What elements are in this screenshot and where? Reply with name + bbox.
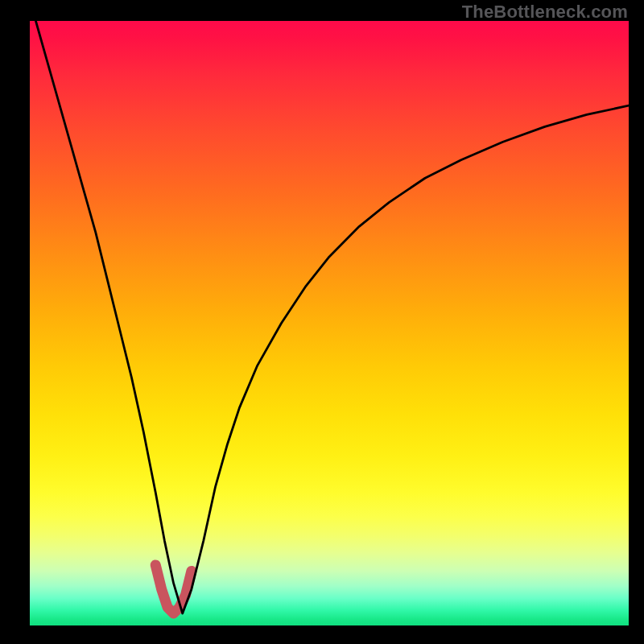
bottleneck-curve: [35, 21, 629, 613]
plot-area: [30, 21, 629, 625]
chart-frame: TheBottleneck.com: [0, 0, 644, 644]
watermark-text: TheBottleneck.com: [462, 2, 628, 23]
chart-svg: [30, 21, 629, 625]
